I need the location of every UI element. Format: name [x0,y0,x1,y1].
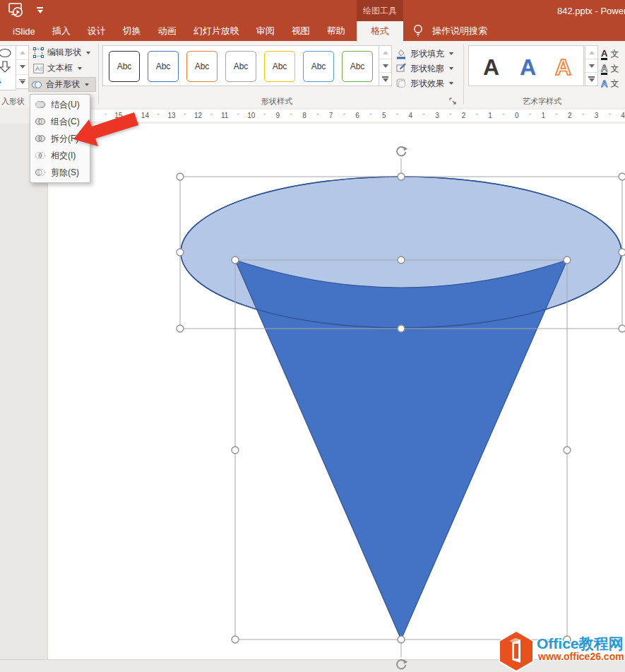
ruler-number: 12 [185,110,212,122]
horizontal-ruler[interactable]: 15141312111098765432101234 [91,110,625,122]
tab-slideshow[interactable]: 幻灯片放映 [185,21,248,41]
brace-shape-icon[interactable]: } [0,74,16,88]
tab-animations[interactable]: 动画 [150,21,185,41]
shapes-mini-gallery[interactable]: } [0,45,16,90]
text-fill-icon: A [601,49,607,60]
merge-shapes-button[interactable]: 合并形状 [28,77,96,92]
shape-style-tile[interactable]: Abc [342,51,373,82]
ruler-number: 0 [504,110,530,122]
wordart-gallery: A A A [468,45,584,86]
menu-item-intersect[interactable]: 相交(I) [30,147,90,164]
combine-icon [35,117,46,126]
shape-outline-label: 形状轮廓 [410,63,444,75]
tile-label: Abc [234,61,249,71]
text-outline-label: 文 [610,63,619,75]
shape-effects-button[interactable]: 形状效果 [395,76,460,90]
scroll-up-icon[interactable] [379,46,391,59]
ruler-number: 3 [424,110,451,122]
scroll-down-icon[interactable] [379,59,391,72]
shape-style-tile[interactable]: Abc [303,51,334,82]
text-effects-label: 文 [610,78,619,90]
chevron-down-icon [449,82,453,85]
tell-me-search[interactable]: 操作说明搜索 [432,21,487,41]
tile-label: Abc [156,61,171,71]
tab-review[interactable]: 审阅 [248,21,283,41]
text-outline-button[interactable]: A 文 [601,62,625,76]
ribbon: } 编辑形状 A 文本框 [0,41,625,108]
customize-qat-caret-icon[interactable] [37,7,43,13]
ruler-number: 13 [158,110,185,122]
slide[interactable] [47,124,625,659]
shape-style-tile[interactable]: Abc [225,51,256,82]
chevron-down-icon [86,52,90,54]
wordart-style-blue[interactable]: A [520,54,536,81]
merge-shapes-label: 合并形状 [46,78,80,90]
scroll-down-icon[interactable] [16,59,28,73]
gallery-more-icon[interactable] [16,74,28,88]
ruler-number: 5 [371,110,398,122]
ruler-number: 14 [132,110,159,122]
menu-item-fragment[interactable]: 拆分(F) [30,130,90,147]
down-arrow-shape-icon[interactable] [0,60,16,74]
ruler-strip: 15141312111098765432101234 [0,107,625,124]
scroll-down-icon[interactable] [585,59,597,72]
text-effects-icon: A [601,79,607,88]
slide-canvas[interactable] [0,124,625,659]
text-box-button[interactable]: A 文本框 [31,61,96,76]
tab-format-active[interactable]: 格式 [357,21,403,41]
intersect-icon [35,151,46,160]
tab-islide[interactable]: iSlide [4,21,44,41]
scroll-up-icon[interactable] [16,46,28,59]
start-slideshow-icon[interactable] [8,3,27,18]
text-box-label: 文本框 [47,62,73,74]
tile-label: Abc [273,61,287,71]
shape-fill-button[interactable]: 形状填充 [395,47,460,61]
ruler-number: 15 [105,110,132,122]
shape-style-tile[interactable]: Abc [109,51,140,82]
shape-styles-gallery: Abc Abc Abc Abc Abc Abc Abc [102,45,379,86]
menu-item-label: 相交(I) [51,150,76,162]
chevron-down-icon [449,52,453,55]
shape-fill-icon [395,48,407,59]
text-fill-button[interactable]: A 文 [601,47,625,61]
shape-style-tile[interactable]: Abc [148,51,179,82]
gallery-more-icon[interactable] [379,72,391,86]
menu-item-combine[interactable]: 组合(C) [30,113,90,130]
merge-shapes-menu: 结合(U) 组合(C) 拆分(F) 相交(I) [30,94,90,183]
shape-outline-button[interactable]: 形状轮廓 [395,61,460,76]
ruler-number: 3 [583,110,610,122]
tab-design[interactable]: 设计 [79,21,114,41]
ellipse-shape-icon[interactable] [0,46,16,60]
union-icon [35,100,46,110]
edit-shape-label: 编辑形状 [47,47,81,59]
ruler-number: 2 [556,110,583,122]
menu-item-union[interactable]: 结合(U) [30,96,90,113]
tab-insert[interactable]: 插入 [44,21,79,41]
wordart-style-black[interactable]: A [483,54,499,81]
watermark-logo-icon [497,630,535,672]
chevron-down-icon [85,83,89,86]
tile-label: Abc [350,61,365,71]
ruler-number: 11 [211,110,238,122]
edit-shape-button[interactable]: 编辑形状 [31,45,96,60]
tab-transitions[interactable]: 切换 [114,21,150,41]
shape-outline-icon [395,63,407,74]
shape-effects-icon [395,78,407,89]
dialog-launcher-icon[interactable] [449,98,457,107]
shape-style-tile[interactable]: Abc [264,51,295,82]
text-effects-button[interactable]: A 文 [601,77,625,90]
tab-help[interactable]: 帮助 [319,21,354,41]
scroll-up-icon[interactable] [585,46,597,59]
wordart-style-orange-outline[interactable]: A [555,54,571,81]
menu-item-label: 拆分(F) [51,133,78,145]
ruler-number: 9 [265,110,292,122]
menu-item-subtract[interactable]: 剪除(S) [30,164,90,181]
gallery-more-icon[interactable] [585,72,597,86]
edit-shape-icon [33,47,44,58]
ruler-number: 8 [291,110,318,122]
ruler-number: 4 [609,110,625,122]
window-title: 842.pptx - Power [557,0,625,21]
shape-style-tile[interactable]: Abc [186,51,218,82]
menu-item-label: 剪除(S) [51,167,79,179]
tab-view[interactable]: 视图 [283,21,319,41]
